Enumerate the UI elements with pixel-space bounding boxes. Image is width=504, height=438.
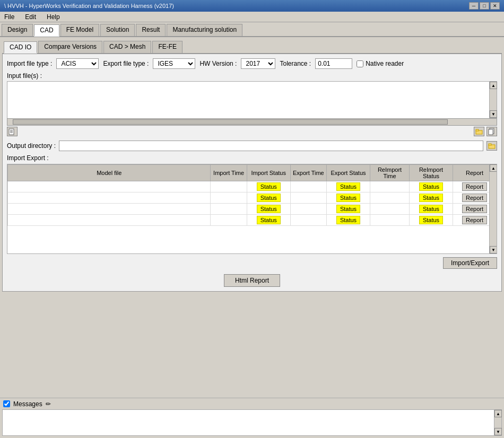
- html-report-button[interactable]: Html Report: [224, 274, 280, 287]
- table-row: Status Status Status Report: [8, 181, 497, 192]
- folder-icon[interactable]: [474, 127, 484, 136]
- menu-file[interactable]: File: [2, 13, 16, 21]
- svg-rect-9: [489, 144, 491, 145]
- messages-checkbox[interactable]: [3, 400, 10, 407]
- output-directory-input[interactable]: [59, 141, 483, 151]
- add-file-icon[interactable]: [7, 127, 18, 136]
- export-file-type-label: Export file type :: [103, 60, 149, 67]
- tolerance-input[interactable]: [315, 58, 352, 69]
- import-export-table: Model file Import Time Import Status Exp…: [7, 164, 497, 226]
- title-bar: \ HVVH - HyperWorks Verification and Val…: [0, 0, 504, 12]
- menu-help[interactable]: Help: [45, 13, 62, 21]
- cell-import-status[interactable]: Status: [247, 215, 290, 226]
- input-files-area[interactable]: [7, 81, 490, 118]
- scrollbar-thumb: [13, 119, 448, 125]
- pencil-icon[interactable]: ✏: [46, 400, 51, 408]
- table-vertical-scrollbar[interactable]: ▲ ▼: [489, 164, 497, 253]
- tab-solution[interactable]: Solution: [100, 24, 135, 36]
- tolerance-label: Tolerance :: [280, 60, 311, 67]
- cell-model-file: [8, 215, 211, 226]
- cell-export-status[interactable]: Status: [327, 192, 370, 204]
- table-row: Status Status Status Report: [8, 215, 497, 226]
- export-file-type-select[interactable]: IGES STEP ACIS: [153, 58, 195, 69]
- cell-export-time: [290, 192, 326, 204]
- tab-cad[interactable]: CAD: [34, 24, 59, 37]
- cell-import-time: [211, 181, 247, 192]
- messages-area: ▲ ▼: [2, 409, 502, 436]
- table-scroll-up-icon[interactable]: ▲: [490, 164, 497, 172]
- cell-export-time: [290, 215, 326, 226]
- horizontal-scrollbar[interactable]: [7, 118, 497, 126]
- main-tabs: Design CAD FE Model Solution Result Manu…: [0, 22, 504, 37]
- file-actions: [7, 126, 497, 137]
- cell-export-status[interactable]: Status: [327, 181, 370, 192]
- table-row: Status Status Status Report: [8, 192, 497, 204]
- col-reimport-time: ReImport Time: [370, 165, 409, 181]
- cell-import-status[interactable]: Status: [247, 192, 290, 204]
- cell-reimport-status[interactable]: Status: [410, 204, 453, 215]
- svg-rect-5: [476, 129, 479, 131]
- hw-version-dropdown[interactable]: 2017 2018 2019: [241, 58, 275, 69]
- html-report-row: Html Report: [7, 274, 497, 287]
- sub-tabs: CAD IO Compare Versions CAD > Mesh FE-FE: [2, 39, 502, 54]
- maximize-button[interactable]: □: [480, 2, 489, 10]
- tab-result[interactable]: Result: [136, 24, 166, 36]
- cell-import-status[interactable]: Status: [247, 181, 290, 192]
- messages-bar: Messages ✏: [0, 398, 504, 409]
- native-reader-checkbox-label[interactable]: Native reader: [357, 60, 404, 67]
- cell-reimport-status[interactable]: Status: [410, 181, 453, 192]
- cell-reimport-time: [370, 204, 409, 215]
- import-export-table-container: Model file Import Time Import Status Exp…: [7, 164, 497, 254]
- tab-fe-model[interactable]: FE Model: [60, 24, 99, 36]
- cell-reimport-status[interactable]: Status: [410, 192, 453, 204]
- native-reader-label: Native reader: [366, 60, 404, 67]
- output-directory-row: Output directory :: [7, 141, 497, 151]
- col-reimport-status: ReImport Status: [410, 165, 453, 181]
- col-import-time: Import Time: [211, 165, 247, 181]
- table-scroll: Model file Import Time Import Status Exp…: [7, 164, 497, 253]
- tab-manufacturing[interactable]: Manufacturing solution: [167, 24, 242, 36]
- minimize-button[interactable]: ─: [469, 2, 479, 10]
- export-file-type-dropdown[interactable]: IGES STEP ACIS: [153, 58, 195, 69]
- hw-version-select[interactable]: 2017 2018 2019: [241, 58, 275, 69]
- file-type-row: Import file type : ACIS IGES STEP Paraso…: [7, 58, 497, 69]
- col-import-status: Import Status: [247, 165, 290, 181]
- cell-reimport-status[interactable]: Status: [410, 215, 453, 226]
- cell-import-time: [211, 204, 247, 215]
- copy-icon[interactable]: [486, 127, 497, 136]
- messages-scroll-up-icon[interactable]: ▲: [494, 410, 502, 417]
- cell-import-status[interactable]: Status: [247, 204, 290, 215]
- cell-import-time: [211, 192, 247, 204]
- close-button[interactable]: ✕: [490, 2, 500, 10]
- messages-scroll-down-icon[interactable]: ▼: [494, 428, 502, 435]
- cell-export-time: [290, 204, 326, 215]
- tab-compare-versions[interactable]: Compare Versions: [38, 41, 102, 53]
- cell-model-file: [8, 192, 211, 204]
- table-row: Status Status Status Report: [8, 204, 497, 215]
- svg-rect-7: [489, 129, 493, 135]
- tab-cad-mesh[interactable]: CAD > Mesh: [103, 41, 151, 53]
- import-export-button[interactable]: Import/Export: [443, 257, 497, 269]
- cell-import-time: [211, 215, 247, 226]
- import-file-type-label: Import file type :: [7, 60, 52, 67]
- cell-export-status[interactable]: Status: [327, 215, 370, 226]
- table-scroll-down-icon[interactable]: ▼: [490, 246, 497, 253]
- import-file-type-dropdown[interactable]: ACIS IGES STEP Parasolid: [56, 58, 99, 69]
- scroll-down-icon[interactable]: ▼: [490, 110, 497, 118]
- cell-export-status[interactable]: Status: [327, 204, 370, 215]
- native-reader-checkbox[interactable]: [357, 60, 363, 67]
- import-file-type-select[interactable]: ACIS IGES STEP Parasolid: [56, 58, 99, 69]
- import-export-label: Import Export :: [7, 154, 497, 162]
- output-directory-label: Output directory :: [7, 142, 56, 150]
- output-folder-icon[interactable]: [486, 141, 497, 151]
- tab-fe-fe[interactable]: FE-FE: [152, 41, 183, 53]
- col-export-time: Export Time: [290, 165, 326, 181]
- tab-design[interactable]: Design: [2, 24, 33, 36]
- hw-version-label: HW Version :: [199, 60, 237, 67]
- scroll-up-icon[interactable]: ▲: [490, 82, 497, 89]
- window-controls: ─ □ ✕: [469, 2, 500, 10]
- cell-export-time: [290, 181, 326, 192]
- tab-cad-io[interactable]: CAD IO: [4, 41, 37, 54]
- menu-edit[interactable]: Edit: [23, 13, 38, 21]
- bottom-section: Messages ✏ ▲ ▼: [0, 398, 504, 438]
